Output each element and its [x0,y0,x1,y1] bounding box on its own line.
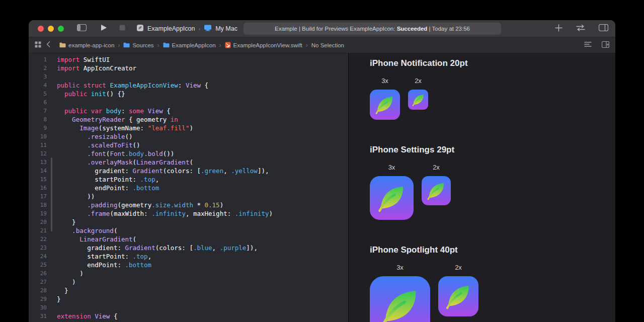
my-mac-icon [204,25,212,33]
editor-area: 1import SwiftUI2import AppIconCreator34p… [29,53,615,322]
editor-scrollbar[interactable] [51,157,52,231]
line-number: 14 [29,167,47,175]
scale-label: 3x [396,263,404,272]
scale-label: 3x [388,163,395,172]
editor-options-button[interactable] [584,41,592,49]
breadcrumb-item[interactable]: example-app-icon [59,42,114,48]
code-line: 1import SwiftUI [29,55,348,64]
line-number: 1 [29,55,47,64]
icon-variant: 2x [408,76,428,110]
line-number: 9 [29,124,47,132]
left-right-arrows-icon [576,25,586,33]
preview-section: iPhone Settings 29pt3x2x [370,144,615,220]
line-number: 2 [29,64,47,72]
app-icon-preview [438,276,478,316]
code-text: .frame(maxWidth: .infinity, maxHeight: .… [47,209,273,218]
code-text: .overlayMask(LinearGradient( [47,158,193,167]
back-button[interactable] [46,41,50,49]
code-line: 28 } [29,286,348,295]
code-text: import SwiftUI [47,55,110,64]
line-number: 11 [29,141,47,149]
line-list-icon [584,41,592,49]
line-number: 24 [29,252,47,261]
minimize-window-button[interactable] [48,26,54,32]
code-line: 16 endPoint: .bottom [29,184,348,192]
code-text: extension View { [47,312,117,320]
code-line: 7 public var body: some View { [29,107,348,115]
preview-section-title: iPhone Spotlight 40pt [370,245,615,256]
code-line: 29} [29,295,348,303]
app-icon-preview [370,276,430,322]
run-button[interactable] [101,24,107,33]
chevron-right-icon: › [199,26,201,32]
line-number: 4 [29,81,47,90]
line-number: 25 [29,261,47,269]
preview-canvas: iPhone Notification 20pt3x2xiPhone Setti… [348,53,615,322]
preview-section: iPhone Spotlight 40pt3x2x [370,245,615,322]
line-number: 31 [29,312,47,320]
code-text: GeometryReader { geometry in [47,115,178,124]
code-text: gradient: Gradient(colors: [.blue, .purp… [47,244,258,252]
breadcrumb-item[interactable]: ExampleAppIcon [163,42,216,48]
icon-variant: 3x [370,163,414,220]
add-editor-icon [602,41,609,49]
stop-button[interactable] [119,25,125,32]
code-line: 25 endPoint: .bottom [29,261,348,269]
leaf-icon [411,93,426,107]
add-editor-button[interactable] [602,41,609,49]
code-line: 4public struct ExampleAppIconView: View … [29,81,348,90]
line-number: 6 [29,98,47,107]
toggle-navigator-button[interactable] [77,24,87,33]
scheme-selector[interactable]: ExampleAppIcon › My Mac [136,24,237,33]
breadcrumb-item[interactable]: ExampleAppIconView.swift [225,42,302,48]
line-number: 13 [29,158,47,167]
breadcrumb-separator: › [118,42,120,49]
code-line: 27 ) [29,278,348,286]
line-number: 27 [29,278,47,286]
breadcrumb-label: ExampleAppIcon [172,42,216,48]
icon-variant: 2x [438,263,478,316]
breadcrumb-label: No Selection [311,42,344,48]
close-window-button[interactable] [38,26,44,32]
code-text: import AppIconCreator [47,64,136,72]
line-number: 23 [29,244,47,252]
code-text: ) [47,278,76,286]
breadcrumb-item[interactable]: No Selection [311,42,344,48]
line-number: 3 [29,72,47,81]
chevron-left-icon [46,41,50,49]
related-items-button[interactable] [35,41,41,49]
scale-label: 2x [433,163,440,172]
zoom-window-button[interactable] [58,26,64,32]
code-text: )) [47,192,95,201]
activity-status[interactable]: Example | Build for Previews ExampleAppI… [244,23,501,35]
line-number: 12 [29,149,47,158]
sidebar-toggle-icon [77,24,87,33]
app-icon-preview [370,90,400,120]
line-number: 18 [29,201,47,209]
icon-variant: 3x [370,76,400,120]
line-number: 15 [29,175,47,184]
code-line: 9 Image(systemName: "leaf.fill") [29,124,348,132]
scheme-label: ExampleAppIcon [147,25,195,32]
breadcrumb-label: ExampleAppIconView.swift [233,42,302,48]
preview-section-title: iPhone Notification 20pt [370,58,615,69]
status-result: Succeeded [397,26,428,32]
code-text: LinearGradient( [47,235,136,244]
scheme-icon [136,24,144,33]
leaf-icon [374,94,395,115]
scale-label: 3x [381,76,388,86]
code-text: public struct ExampleAppIconView: View { [47,81,208,90]
code-text: gradient: Gradient(colors: [.green, .yel… [47,167,269,175]
code-text [47,98,57,107]
app-icon-preview [422,176,451,205]
editor-layout-button[interactable] [599,24,608,33]
library-button[interactable] [555,24,562,33]
code-review-button[interactable] [576,25,586,33]
leaf-icon [426,180,447,201]
line-number: 22 [29,235,47,244]
breadcrumb-item[interactable]: Sources [123,42,153,48]
code-line: 14 gradient: Gradient(colors: [.green, .… [29,167,348,175]
swift-file-icon [225,42,231,48]
code-text: public init() {} [47,90,125,98]
source-editor[interactable]: 1import SwiftUI2import AppIconCreator34p… [29,53,348,322]
